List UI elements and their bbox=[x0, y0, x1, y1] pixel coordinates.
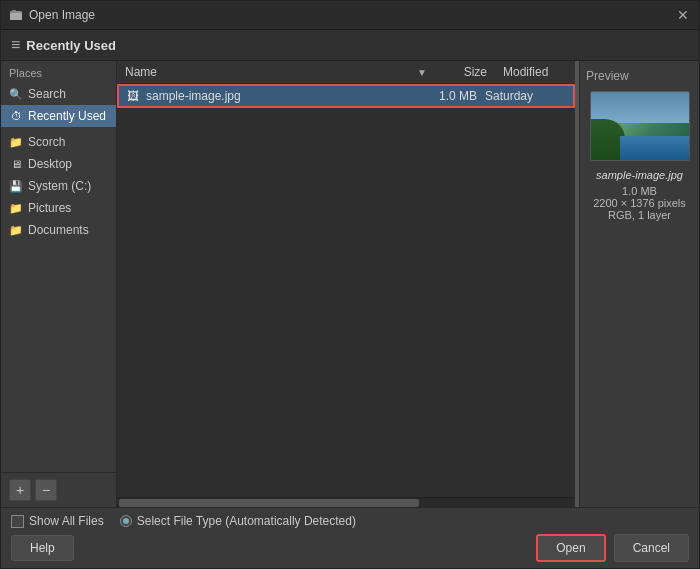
show-all-files-option[interactable]: Show All Files bbox=[11, 514, 104, 528]
column-name-sort-icon: ▼ bbox=[417, 67, 427, 78]
main-area: Places 🔍 Search ⏱ Recently Used 📁 Scorch… bbox=[1, 61, 699, 507]
sidebar-section-label: Places bbox=[1, 61, 116, 83]
help-button[interactable]: Help bbox=[11, 535, 74, 561]
open-button[interactable]: Open bbox=[536, 534, 605, 562]
preview-sky bbox=[591, 92, 689, 123]
folder-icon-scorch: 📁 bbox=[9, 136, 23, 149]
location-icon: ≡ bbox=[11, 36, 20, 54]
sidebar-item-pictures-label: Pictures bbox=[28, 201, 71, 215]
radio-dot bbox=[123, 518, 129, 524]
sidebar-item-desktop-label: Desktop bbox=[28, 157, 72, 171]
sidebar-footer: + − bbox=[1, 472, 116, 507]
location-bar: ≡ Recently Used bbox=[1, 30, 699, 61]
column-name[interactable]: Name ▼ bbox=[117, 61, 435, 83]
bottom-bar: Show All Files Select File Type (Automat… bbox=[1, 507, 699, 568]
preview-water bbox=[620, 136, 689, 160]
show-all-files-label: Show All Files bbox=[29, 514, 104, 528]
folder-icon-documents: 📁 bbox=[9, 224, 23, 237]
dialog-title: Open Image bbox=[29, 8, 95, 22]
sidebar-item-documents-label: Documents bbox=[28, 223, 89, 237]
preview-image bbox=[590, 91, 690, 161]
sidebar-item-pictures[interactable]: 📁 Pictures bbox=[1, 197, 116, 219]
add-place-button[interactable]: + bbox=[9, 479, 31, 501]
file-header: Name ▼ Size Modified bbox=[117, 61, 575, 84]
options-row: Show All Files Select File Type (Automat… bbox=[11, 514, 689, 528]
file-size: 1.0 MB bbox=[425, 89, 485, 103]
right-buttons: Open Cancel bbox=[536, 534, 689, 562]
drive-icon: 💾 bbox=[9, 180, 23, 193]
sidebar-item-scorch-label: Scorch bbox=[28, 135, 65, 149]
preview-filesize: 1.0 MB bbox=[622, 185, 657, 197]
close-button[interactable]: ✕ bbox=[675, 7, 691, 23]
search-icon: 🔍 bbox=[9, 88, 23, 101]
preview-filename: sample-image.jpg bbox=[596, 169, 683, 181]
preview-dimensions: 2200 × 1376 pixels bbox=[593, 197, 686, 209]
preview-colormode: RGB, 1 layer bbox=[608, 209, 671, 221]
file-modified: Saturday bbox=[485, 89, 565, 103]
sidebar-item-documents[interactable]: 📁 Documents bbox=[1, 219, 116, 241]
remove-place-button[interactable]: − bbox=[35, 479, 57, 501]
dialog-icon bbox=[9, 8, 23, 22]
desktop-icon: 🖥 bbox=[9, 158, 23, 170]
select-file-type-radio[interactable] bbox=[120, 515, 132, 527]
sidebar-item-search[interactable]: 🔍 Search bbox=[1, 83, 116, 105]
cancel-button[interactable]: Cancel bbox=[614, 534, 689, 562]
file-list[interactable]: 🖼 sample-image.jpg 1.0 MB Saturday bbox=[117, 84, 575, 497]
open-image-dialog: Open Image ✕ ≡ Recently Used Places 🔍 Se… bbox=[0, 0, 700, 569]
sidebar-item-system-c-label: System (C:) bbox=[28, 179, 91, 193]
svg-rect-2 bbox=[12, 10, 16, 12]
preview-panel: Preview sample-image.jpg 1.0 MB 2200 × 1… bbox=[579, 61, 699, 507]
sidebar: Places 🔍 Search ⏱ Recently Used 📁 Scorch… bbox=[1, 61, 117, 507]
column-modified[interactable]: Modified bbox=[495, 61, 575, 83]
file-area: Name ▼ Size Modified 🖼 sample-image.jpg … bbox=[117, 61, 575, 507]
preview-label: Preview bbox=[586, 69, 629, 83]
sidebar-item-search-label: Search bbox=[28, 87, 66, 101]
title-bar-left: Open Image bbox=[9, 8, 95, 22]
file-type-icon: 🖼 bbox=[127, 89, 141, 103]
horizontal-scrollbar[interactable] bbox=[117, 497, 575, 507]
sidebar-item-recently-used[interactable]: ⏱ Recently Used bbox=[1, 105, 116, 127]
select-file-type-label: Select File Type (Automatically Detected… bbox=[137, 514, 356, 528]
svg-rect-1 bbox=[10, 13, 22, 20]
sidebar-item-system-c[interactable]: 💾 System (C:) bbox=[1, 175, 116, 197]
title-bar: Open Image ✕ bbox=[1, 1, 699, 30]
show-all-files-checkbox[interactable] bbox=[11, 515, 24, 528]
recently-used-icon: ⏱ bbox=[9, 110, 23, 122]
sidebar-item-desktop[interactable]: 🖥 Desktop bbox=[1, 153, 116, 175]
table-row[interactable]: 🖼 sample-image.jpg 1.0 MB Saturday bbox=[117, 84, 575, 108]
column-size[interactable]: Size bbox=[435, 61, 495, 83]
scrollbar-thumb[interactable] bbox=[119, 499, 419, 507]
sidebar-item-recently-used-label: Recently Used bbox=[28, 109, 106, 123]
select-file-type-option[interactable]: Select File Type (Automatically Detected… bbox=[120, 514, 356, 528]
buttons-row: Help Open Cancel bbox=[11, 534, 689, 562]
sidebar-item-scorch[interactable]: 📁 Scorch bbox=[1, 131, 116, 153]
file-name: sample-image.jpg bbox=[146, 89, 425, 103]
location-label: Recently Used bbox=[26, 38, 116, 53]
folder-icon-pictures: 📁 bbox=[9, 202, 23, 215]
